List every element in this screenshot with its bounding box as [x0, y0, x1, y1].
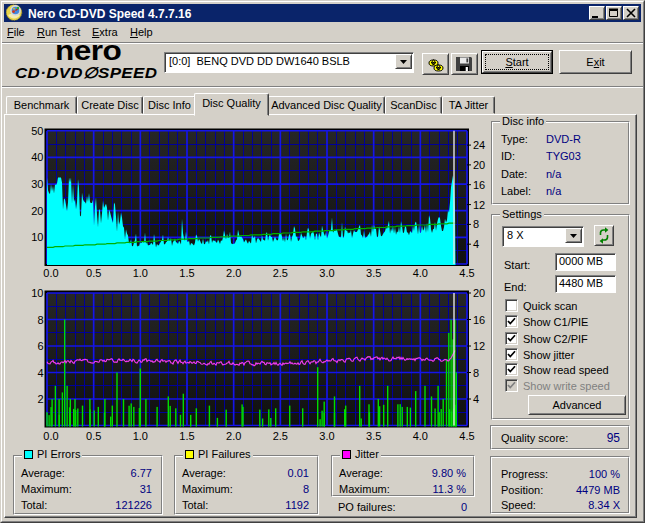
svg-text:20: 20 [473, 159, 485, 171]
svg-text:2.5: 2.5 [273, 267, 288, 279]
svg-text:0.5: 0.5 [86, 430, 101, 442]
svg-text:4: 4 [473, 238, 479, 250]
svg-text:40: 40 [31, 151, 43, 163]
svg-text:16: 16 [473, 179, 485, 191]
svg-text:0.0: 0.0 [43, 430, 58, 442]
svg-text:8: 8 [473, 367, 479, 379]
svg-text:10: 10 [31, 287, 43, 299]
svg-text:8: 8 [37, 314, 43, 326]
svg-text:2.0: 2.0 [226, 267, 241, 279]
svg-text:4.5: 4.5 [459, 267, 474, 279]
svg-text:3.5: 3.5 [366, 430, 381, 442]
svg-text:1.5: 1.5 [179, 430, 194, 442]
svg-text:12: 12 [473, 199, 485, 211]
svg-text:20: 20 [31, 205, 43, 217]
svg-text:20: 20 [473, 287, 485, 299]
svg-text:2.5: 2.5 [273, 430, 288, 442]
svg-text:1.0: 1.0 [133, 267, 148, 279]
svg-text:3.5: 3.5 [366, 267, 381, 279]
svg-text:4.0: 4.0 [413, 267, 428, 279]
svg-text:2.0: 2.0 [226, 430, 241, 442]
svg-text:4.0: 4.0 [413, 430, 428, 442]
svg-text:24: 24 [473, 139, 485, 151]
svg-text:4: 4 [473, 393, 479, 405]
svg-text:1.0: 1.0 [133, 430, 148, 442]
svg-text:30: 30 [31, 178, 43, 190]
svg-text:8: 8 [473, 218, 479, 230]
svg-text:3.0: 3.0 [319, 267, 334, 279]
svg-text:12: 12 [473, 340, 485, 352]
svg-text:4.5: 4.5 [459, 430, 474, 442]
svg-text:1.5: 1.5 [179, 267, 194, 279]
svg-text:0.0: 0.0 [43, 267, 58, 279]
svg-text:16: 16 [473, 314, 485, 326]
svg-text:4: 4 [37, 367, 43, 379]
svg-text:0.5: 0.5 [86, 267, 101, 279]
svg-text:50: 50 [31, 125, 43, 137]
svg-text:6: 6 [37, 340, 43, 352]
svg-text:2: 2 [37, 393, 43, 405]
svg-text:10: 10 [31, 231, 43, 243]
svg-text:3.0: 3.0 [319, 430, 334, 442]
